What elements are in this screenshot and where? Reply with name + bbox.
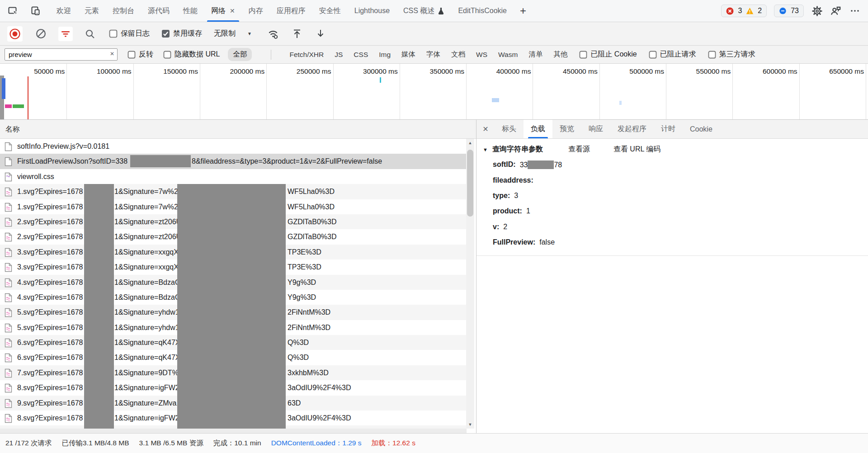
messages-badge[interactable]: 73 bbox=[774, 5, 804, 17]
tab-sources[interactable]: 源代码 bbox=[141, 0, 176, 22]
export-har-icon[interactable] bbox=[315, 28, 326, 39]
filter-manifest[interactable]: 清单 bbox=[528, 50, 542, 59]
filter-font[interactable]: 字体 bbox=[426, 50, 440, 59]
timeline-activity-segment bbox=[5, 104, 12, 108]
device-toolbar-icon[interactable] bbox=[30, 5, 42, 17]
hide-data-url-label: 隐藏数据 URL bbox=[175, 50, 220, 59]
tab-memory[interactable]: 内存 bbox=[242, 0, 270, 22]
timeline-tick-label: 100000 ms bbox=[57, 67, 132, 76]
feedback-icon[interactable] bbox=[830, 5, 842, 17]
preserve-log-checkbox[interactable]: 保留日志 bbox=[109, 29, 150, 38]
filter-wasm[interactable]: Wasm bbox=[498, 51, 518, 59]
tab-label: 网络 bbox=[211, 6, 226, 16]
new-tab-button[interactable]: + bbox=[514, 5, 533, 17]
filter-doc[interactable]: 文档 bbox=[451, 50, 465, 59]
vertical-scrollbar[interactable]: ▲ ▼ bbox=[466, 139, 474, 429]
view-url-encoded-link[interactable]: 查看 URL 编码 bbox=[613, 145, 660, 154]
tab-initiator[interactable]: 发起程序 bbox=[610, 120, 654, 138]
view-source-link[interactable]: 查看源 bbox=[568, 145, 590, 154]
filter-ws[interactable]: WS bbox=[476, 51, 487, 59]
third-party-checkbox[interactable]: 第三方请求 bbox=[708, 50, 755, 59]
timeline-tick-label: 450000 ms bbox=[523, 67, 598, 76]
hide-data-url-checkbox[interactable]: 隐藏数据 URL bbox=[163, 50, 220, 59]
search-icon[interactable] bbox=[85, 28, 95, 39]
tab-payload[interactable]: 负载 bbox=[524, 120, 552, 138]
blocked-cookies-checkbox[interactable]: 已阻止 Cookie bbox=[579, 50, 637, 59]
tab-console[interactable]: 控制台 bbox=[106, 0, 141, 22]
network-status-bar: 21 /172 次请求已传输3.1 MB/4.8 MB3.1 MB /6.5 M… bbox=[0, 433, 868, 453]
filter-css[interactable]: CSS bbox=[354, 51, 368, 59]
status-domcontentloaded: DOMContentLoaded：1.29 s bbox=[271, 439, 362, 448]
inspect-element-icon[interactable] bbox=[7, 5, 19, 17]
request-row[interactable]: FirstLoadPreviewJson?softID=3388&fileadd… bbox=[0, 154, 466, 169]
requests-name-column-header[interactable]: 名称 bbox=[0, 120, 476, 139]
request-name-mid: 1&Signature=BdzaC bbox=[114, 275, 180, 290]
scroll-down-icon[interactable]: ▼ bbox=[466, 420, 474, 429]
filter-fetch-xhr[interactable]: Fetch/XHR bbox=[289, 51, 324, 59]
request-name-prefix: 8.svg?Expires=1678 bbox=[17, 380, 83, 395]
request-name-mid: 1&Signature=yhdw1 bbox=[114, 320, 179, 335]
tab-preview[interactable]: 预览 bbox=[552, 120, 581, 138]
network-tab-close-icon[interactable]: ✕ bbox=[230, 7, 235, 14]
settings-gear-icon[interactable] bbox=[811, 5, 823, 17]
section-expander-icon[interactable]: ▼ bbox=[483, 147, 488, 152]
checkbox-checked-icon bbox=[161, 29, 170, 38]
network-overview-timeline[interactable]: 50000 ms100000 ms150000 ms200000 ms25000… bbox=[0, 64, 868, 120]
more-menu-icon[interactable] bbox=[849, 5, 861, 17]
throttling-select[interactable]: 无限制 ▼ bbox=[214, 29, 252, 38]
request-name-tail: Y9g%3D bbox=[288, 290, 316, 305]
clear-network-log-button[interactable] bbox=[35, 28, 47, 39]
tab-network[interactable]: 网络✕ bbox=[204, 0, 242, 22]
scrollbar-thumb[interactable] bbox=[467, 150, 473, 217]
request-name-tail: 3xkhbM%3D bbox=[288, 425, 329, 429]
clear-filter-icon[interactable]: ✕ bbox=[110, 51, 114, 57]
timeline-tick-label: 600000 ms bbox=[722, 67, 797, 76]
request-name-prefix: 7.svg?Expires=1678 bbox=[17, 425, 83, 429]
horizontal-scrollbar[interactable] bbox=[0, 429, 467, 433]
tab-editthiscookie[interactable]: EditThisCookie bbox=[451, 0, 514, 22]
tab-performance[interactable]: 性能 bbox=[176, 0, 204, 22]
request-name-mid: 1&Signature=9DT%2 bbox=[114, 365, 183, 380]
invert-filter-checkbox[interactable]: 反转 bbox=[127, 50, 153, 59]
record-network-log-button[interactable] bbox=[7, 26, 23, 42]
filter-img[interactable]: Img bbox=[379, 51, 391, 59]
request-name-prefix: 1.svg?Expires=1678 bbox=[17, 199, 83, 214]
filter-input[interactable] bbox=[5, 48, 118, 61]
tab-security[interactable]: 安全性 bbox=[312, 0, 348, 22]
param-value: false bbox=[539, 238, 555, 246]
scroll-up-icon[interactable]: ▲ bbox=[466, 139, 474, 147]
tab-label: 源代码 bbox=[148, 6, 170, 16]
message-count: 73 bbox=[791, 7, 799, 15]
filter-other[interactable]: 其他 bbox=[553, 50, 567, 59]
invert-label: 反转 bbox=[139, 50, 153, 59]
errors-warnings-badge[interactable]: 3 2 bbox=[721, 5, 767, 17]
request-row[interactable]: softInfo.Preview.js?v=0.0181 bbox=[0, 139, 466, 154]
request-row[interactable]: viewroll.css bbox=[0, 169, 466, 184]
network-conditions-icon[interactable] bbox=[267, 28, 279, 40]
tab-response[interactable]: 响应 bbox=[581, 120, 610, 138]
disable-cache-checkbox[interactable]: 禁用缓存 bbox=[161, 29, 202, 38]
blocked-requests-checkbox[interactable]: 已阻止请求 bbox=[649, 50, 696, 59]
tab-headers[interactable]: 标头 bbox=[495, 120, 524, 138]
param-value: 1 bbox=[526, 207, 530, 215]
request-name-mid: 1&Signature=BdzaC bbox=[114, 290, 180, 305]
preserve-log-label: 保留日志 bbox=[121, 29, 150, 38]
tab-cookies[interactable]: Cookie bbox=[683, 120, 720, 138]
tab-css-overview[interactable]: CSS 概述 bbox=[396, 0, 451, 22]
tab-timing[interactable]: 计时 bbox=[654, 120, 683, 138]
warning-icon bbox=[746, 7, 754, 15]
close-details-icon[interactable]: ✕ bbox=[476, 120, 495, 138]
tab-elements[interactable]: 元素 bbox=[78, 0, 106, 22]
import-har-icon[interactable] bbox=[292, 28, 302, 39]
filter-media[interactable]: 媒体 bbox=[401, 50, 415, 59]
tab-welcome[interactable]: 欢迎 bbox=[50, 0, 78, 22]
filter-all[interactable]: 全部 bbox=[228, 48, 252, 61]
timeline-tick-label: 650000 ms bbox=[789, 67, 864, 76]
tab-label: 欢迎 bbox=[57, 6, 71, 16]
request-name-prefix: FirstLoadPreviewJson?softID=338 bbox=[17, 154, 127, 169]
filter-toggle-button[interactable] bbox=[58, 27, 73, 41]
request-name-mid: 1&Signature=ZMva1 bbox=[114, 396, 180, 411]
tab-lighthouse[interactable]: Lighthouse bbox=[348, 0, 396, 22]
filter-js[interactable]: JS bbox=[335, 51, 343, 59]
tab-application[interactable]: 应用程序 bbox=[270, 0, 312, 22]
